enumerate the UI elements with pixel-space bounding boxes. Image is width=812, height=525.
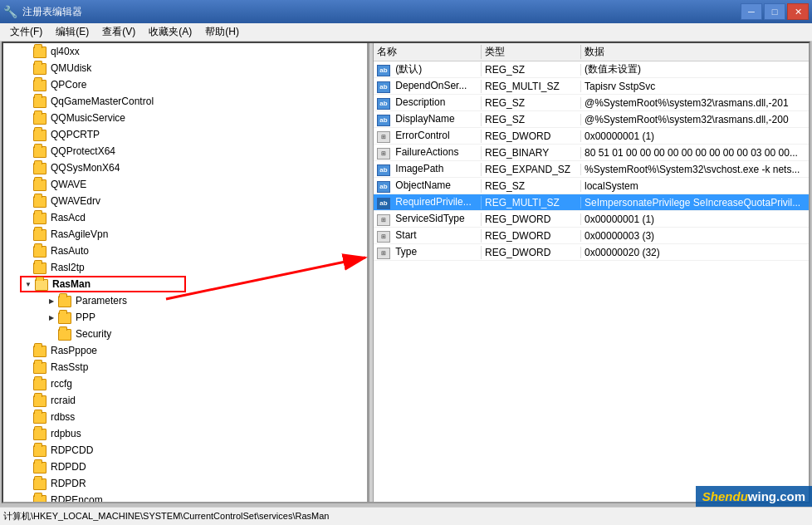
registry-pane[interactable]: 名称 类型 数据 ab (默认) REG_SZ (数值未设置) ab Depen… bbox=[374, 43, 809, 502]
folder-icon bbox=[33, 80, 46, 91]
tree-item-qqprotectx64[interactable]: QQProtectX64 bbox=[3, 143, 367, 159]
menu-view[interactable]: 查看(V) bbox=[95, 23, 142, 41]
reg-type-type: REG_DWORD bbox=[482, 247, 581, 258]
registry-row-description[interactable]: ab Description REG_SZ @%SystemRoot%\syst… bbox=[374, 95, 809, 111]
registry-row-servicesidtype[interactable]: ⊞ ServiceSidType REG_DWORD 0x00000001 (1… bbox=[374, 211, 809, 228]
tree-item-rdpcdd[interactable]: RDPCDD bbox=[3, 442, 367, 459]
tree-item-qwave[interactable]: QWAVE bbox=[3, 176, 367, 193]
window-icon: 🔧 bbox=[3, 5, 17, 18]
tree-item-rcraid[interactable]: rcraid bbox=[3, 392, 367, 409]
reg-data-servicesidtype: 0x00000001 (1) bbox=[581, 213, 809, 225]
minimize-button[interactable]: ─ bbox=[741, 3, 762, 20]
tree-item-rasagilevpn[interactable]: RasAgileVpn bbox=[3, 226, 367, 243]
tree-item-ppp[interactable]: PPP bbox=[3, 309, 367, 326]
tree-item-rdpbus[interactable]: rdpbus bbox=[3, 425, 367, 442]
tree-item-rasman[interactable]: RasMan bbox=[20, 276, 186, 292]
tree-item-qqsysmonx64[interactable]: QQSysMonX64 bbox=[3, 159, 367, 176]
reg-type-dependonser: REG_MULTI_SZ bbox=[482, 81, 581, 92]
folder-icon bbox=[33, 213, 46, 224]
tree-arrow-rasacd bbox=[20, 211, 33, 224]
menu-edit[interactable]: 编辑(E) bbox=[49, 23, 95, 41]
folder-icon bbox=[33, 163, 46, 174]
folder-icon bbox=[33, 495, 46, 503]
maximize-button[interactable]: □ bbox=[764, 3, 785, 20]
folder-icon bbox=[33, 395, 46, 407]
tree-label-qqsysmonx64: QQSysMonX64 bbox=[51, 162, 120, 174]
tree-pane[interactable]: ql40xx QMUdisk QPCore QqGameMasterContro… bbox=[3, 43, 369, 502]
registry-row-requiredprivile[interactable]: ab RequiredPrivile... REG_MULTI_SZ SeImp… bbox=[374, 194, 809, 211]
registry-row-failureactions[interactable]: ⊞ FailureActions REG_BINARY 80 51 01 00 … bbox=[374, 145, 809, 161]
registry-row-dependonser[interactable]: ab DependOnSer... REG_MULTI_SZ Tapisrv S… bbox=[374, 78, 809, 95]
tree-item-rasstp[interactable]: RasSstp bbox=[3, 359, 367, 375]
reg-data-start: 0x00000003 (3) bbox=[581, 230, 809, 242]
folder-icon bbox=[33, 429, 46, 440]
registry-row-default[interactable]: ab (默认) REG_SZ (数值未设置) bbox=[374, 61, 809, 78]
reg-icon-errorcontrol: ⊞ bbox=[377, 131, 390, 143]
reg-name-displayname: ab DisplayName bbox=[374, 113, 482, 126]
tree-label-qqprotectx64: QQProtectX64 bbox=[51, 145, 115, 157]
tree-arrow-qqpcrtp bbox=[20, 128, 33, 141]
tree-label-rcraid: rcraid bbox=[51, 395, 76, 406]
reg-data-requiredprivile: SeImpersonatePrivilege SeIncreaseQuotaPr… bbox=[581, 197, 809, 209]
tree-item-raspppoe[interactable]: RasPppoe bbox=[3, 342, 367, 359]
reg-icon-servicesidtype: ⊞ bbox=[377, 214, 390, 226]
tree-item-qmudisk[interactable]: QMUdisk bbox=[3, 60, 367, 76]
tree-label-rasstp: RasSstp bbox=[51, 361, 88, 373]
reg-name-default: ab (默认) bbox=[374, 62, 482, 76]
folder-icon bbox=[33, 445, 46, 457]
reg-icon-objectname: ab bbox=[377, 181, 390, 193]
tree-item-rdpdd[interactable]: RDPDD bbox=[3, 459, 367, 475]
reg-name-servicesidtype: ⊞ ServiceSidType bbox=[374, 213, 482, 226]
reg-name-type: ⊞ Type bbox=[374, 246, 482, 259]
header-name: 名称 bbox=[374, 45, 482, 59]
registry-row-type[interactable]: ⊞ Type REG_DWORD 0x00000020 (32) bbox=[374, 244, 809, 261]
reg-data-objectname: localSystem bbox=[581, 180, 809, 192]
folder-icon bbox=[33, 113, 46, 125]
tree-item-rdpencom[interactable]: RDPEncom bbox=[3, 492, 367, 502]
menu-file[interactable]: 文件(F) bbox=[3, 23, 49, 41]
tree-item-qqmusicservice[interactable]: QQMusicService bbox=[3, 110, 367, 126]
folder-icon bbox=[33, 47, 46, 58]
reg-type-imagepath: REG_EXPAND_SZ bbox=[482, 164, 581, 175]
tree-label-rccfg: rccfg bbox=[51, 378, 72, 390]
tree-item-qqgamemastercontrol[interactable]: QqGameMasterControl bbox=[3, 93, 367, 110]
reg-name-dependonser: ab DependOnSer... bbox=[374, 80, 482, 93]
menu-favorites[interactable]: 收藏夹(A) bbox=[142, 23, 198, 41]
tree-arrow-rdpbus bbox=[20, 427, 33, 440]
tree-label-rdpencom: RDPEncom bbox=[51, 494, 103, 502]
reg-name-requiredprivile: ab RequiredPrivile... bbox=[374, 196, 482, 209]
tree-arrow-ppp bbox=[45, 311, 58, 324]
registry-row-objectname[interactable]: ab ObjectName REG_SZ localSystem bbox=[374, 178, 809, 194]
tree-label-qwave: QWAVE bbox=[51, 179, 86, 190]
reg-type-default: REG_SZ bbox=[482, 64, 581, 76]
close-button[interactable]: ✕ bbox=[787, 3, 809, 20]
tree-item-rdpdr[interactable]: RDPDR bbox=[3, 475, 367, 492]
folder-icon bbox=[33, 63, 46, 75]
tree-arrow-rasauto bbox=[20, 244, 33, 258]
tree-item-rdbss[interactable]: rdbss bbox=[3, 409, 367, 425]
registry-row-displayname[interactable]: ab DisplayName REG_SZ @%SystemRoot%\syst… bbox=[374, 111, 809, 128]
registry-row-errorcontrol[interactable]: ⊞ ErrorControl REG_DWORD 0x00000001 (1) bbox=[374, 128, 809, 145]
header-data: 数据 bbox=[581, 45, 809, 59]
tree-arrow-qqsysmonx64 bbox=[20, 161, 33, 174]
reg-type-requiredprivile: REG_MULTI_SZ bbox=[482, 197, 581, 209]
reg-icon-dependonser: ab bbox=[377, 81, 390, 93]
tree-arrow-qwavedrv bbox=[20, 194, 33, 208]
registry-row-imagepath[interactable]: ab ImagePath REG_EXPAND_SZ %SystemRoot%\… bbox=[374, 161, 809, 178]
tree-item-rasacd[interactable]: RasAcd bbox=[3, 209, 367, 226]
tree-item-ql40xx[interactable]: ql40xx bbox=[3, 43, 367, 60]
tree-item-rasauto[interactable]: RasAuto bbox=[3, 243, 367, 259]
tree-item-qpcore[interactable]: QPCore bbox=[3, 76, 367, 93]
tree-item-parameters[interactable]: Parameters bbox=[3, 292, 367, 309]
reg-data-imagepath: %SystemRoot%\System32\svchost.exe -k net… bbox=[581, 164, 809, 175]
tree-item-qqpcrtp[interactable]: QQPCRTP bbox=[3, 126, 367, 143]
menu-help[interactable]: 帮助(H) bbox=[198, 23, 246, 41]
tree-item-rccfg[interactable]: rccfg bbox=[3, 375, 367, 392]
tree-item-rasl2tp[interactable]: Rasl2tp bbox=[3, 259, 367, 276]
tree-item-security[interactable]: Security bbox=[3, 326, 367, 342]
registry-row-start[interactable]: ⊞ Start REG_DWORD 0x00000003 (3) bbox=[374, 228, 809, 244]
tree-arrow-rasl2tp bbox=[20, 261, 33, 274]
reg-data-type: 0x00000020 (32) bbox=[581, 247, 809, 258]
reg-type-errorcontrol: REG_DWORD bbox=[482, 130, 581, 142]
tree-item-qwavedrv[interactable]: QWAVEdrv bbox=[3, 193, 367, 209]
